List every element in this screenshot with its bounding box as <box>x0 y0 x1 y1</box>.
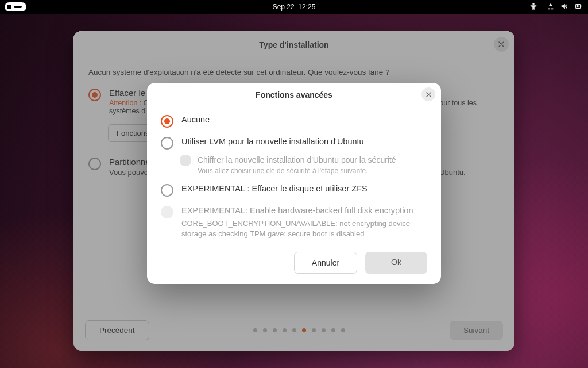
option-hw-encryption: EXPERIMENTAL: Enable hardware-backed ful… <box>161 206 427 239</box>
dialog-title: Fonctions avancées <box>256 90 332 99</box>
option-hw-desc: CORE_BOOT_ENCRYPTION_UNAVAILABLE: not en… <box>181 218 427 239</box>
option-hw-label: EXPERIMENTAL: Enable hardware-backed ful… <box>181 206 427 215</box>
option-lvm[interactable]: Utiliser LVM pour la nouvelle installati… <box>161 137 427 150</box>
network-icon <box>547 2 555 12</box>
option-zfs[interactable]: EXPERIMENTAL : Effacer le disque et util… <box>161 184 427 197</box>
option-encrypt-label: Chiffrer la nouvelle installation d'Ubun… <box>198 155 396 164</box>
radio-icon <box>161 115 173 128</box>
option-zfs-label: EXPERIMENTAL : Effacer le disque et util… <box>181 184 368 193</box>
advanced-features-dialog: Fonctions avancées Aucune Utiliser LVM p… <box>147 83 441 284</box>
radio-icon <box>161 184 173 197</box>
option-none-label: Aucune <box>181 115 210 124</box>
checkbox-icon <box>180 155 191 166</box>
radio-icon <box>161 137 173 150</box>
top-bar: Sep 22 12:25 <box>0 0 588 14</box>
svg-point-0 <box>532 2 535 5</box>
option-encrypt-hint: Vous allez choisir une clé de sécurité à… <box>198 167 396 175</box>
system-menu[interactable] <box>547 2 582 12</box>
time-label: 12:25 <box>298 3 315 11</box>
option-lvm-label: Utiliser LVM pour la nouvelle installati… <box>181 137 364 146</box>
cancel-button[interactable]: Annuler <box>294 252 357 274</box>
ok-button[interactable]: Ok <box>365 252 427 274</box>
power-icon <box>574 2 582 12</box>
volume-icon <box>560 2 568 12</box>
radio-icon <box>161 206 173 218</box>
option-none[interactable]: Aucune <box>161 115 427 128</box>
svg-rect-3 <box>577 5 579 7</box>
dialog-close-button[interactable] <box>421 87 435 101</box>
accessibility-icon[interactable] <box>529 2 537 12</box>
svg-rect-2 <box>581 5 581 7</box>
date-label: Sep 22 <box>273 3 295 11</box>
clock[interactable]: Sep 22 12:25 <box>273 3 316 11</box>
dialog-titlebar: Fonctions avancées <box>147 83 441 107</box>
activities-area[interactable] <box>0 2 26 12</box>
option-encrypt: Chiffrer la nouvelle installation d'Ubun… <box>180 155 427 175</box>
